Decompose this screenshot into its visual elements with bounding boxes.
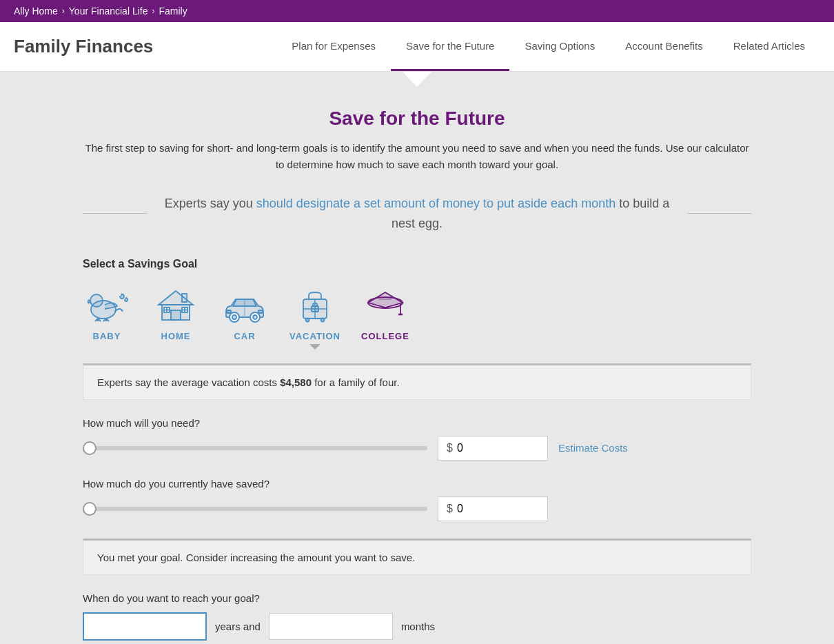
when-goal-row: When do you want to reach your goal? yea… (83, 592, 751, 641)
info-box-amount: $4,580 (280, 376, 312, 388)
savings-goal-label: Select a Savings Goal (83, 258, 751, 270)
quote-text: Experts say you should designate a set a… (161, 194, 673, 234)
when-goal-inputs: years and months (83, 612, 751, 641)
quote-line-left (83, 213, 147, 214)
breadcrumb-bar: Ally Home › Your Financial Life › Family (0, 0, 834, 22)
svg-rect-12 (182, 294, 187, 302)
dollar-sign-2: $ (447, 503, 453, 515)
car-label: CAR (234, 331, 255, 341)
baby-label: BABY (93, 331, 121, 341)
goal-car[interactable]: CAR (221, 284, 269, 350)
svg-marker-0 (403, 72, 431, 87)
goal-icons: BABY (83, 284, 751, 350)
chevron-icon-1: › (62, 6, 65, 16)
goal-vacation[interactable]: VACATION (289, 284, 340, 350)
svg-point-14 (232, 315, 236, 319)
how-much-control: $ Estimate Costs (83, 436, 751, 461)
tab-save[interactable]: Save for the Future (391, 22, 509, 71)
car-icon (221, 284, 269, 325)
how-much-input-wrap: $ (438, 436, 548, 461)
info-box: Experts say the average vacation costs $… (83, 363, 751, 400)
baby-icon (83, 284, 131, 325)
years-input[interactable] (83, 612, 207, 641)
goal-college[interactable]: COLLEGE (361, 284, 409, 350)
goal-baby[interactable]: BABY (83, 284, 131, 350)
tab-plan[interactable]: Plan for Expenses (276, 22, 391, 71)
years-and-text: years and (215, 621, 261, 632)
svg-rect-17 (227, 310, 231, 313)
breadcrumb-section: Your Financial Life (69, 6, 148, 17)
how-much-slider-track[interactable] (83, 446, 427, 450)
college-label: COLLEGE (361, 331, 409, 341)
goal-home[interactable]: HOME (152, 284, 200, 350)
saved-slider-track[interactable] (83, 507, 427, 511)
how-much-slider-thumb[interactable] (83, 441, 96, 455)
svg-point-16 (253, 315, 257, 319)
tab-account-benefits[interactable]: Account Benefits (610, 22, 718, 71)
home-label: HOME (161, 331, 191, 341)
svg-rect-25 (312, 306, 318, 312)
vacation-label: VACATION (289, 331, 340, 341)
chevron-icon-2: › (152, 6, 154, 16)
how-much-row: How much will you need? $ Estimate Costs (83, 417, 751, 461)
tab-saving-options[interactable]: Saving Options (509, 22, 610, 71)
goal-met-box: You met your goal. Consider increasing t… (83, 539, 751, 575)
estimate-costs-link[interactable]: Estimate Costs (558, 442, 628, 454)
how-much-input[interactable] (457, 442, 526, 454)
svg-point-24 (321, 319, 324, 322)
months-input[interactable] (269, 613, 393, 640)
section-description: The first step to saving for short- and … (83, 140, 751, 173)
saved-slider-thumb[interactable] (83, 502, 96, 516)
months-text: months (401, 621, 435, 632)
page-title: Save for the Future (83, 108, 751, 130)
when-goal-label: When do you want to reach your goal? (83, 592, 751, 604)
svg-point-2 (90, 294, 103, 307)
home-icon (152, 284, 200, 325)
saved-input[interactable] (457, 503, 526, 515)
how-much-saved-row: How much do you currently have saved? $ (83, 478, 751, 521)
quote-line-right (687, 213, 751, 214)
how-much-saved-control: $ (83, 496, 751, 521)
svg-marker-3 (159, 291, 193, 305)
breadcrumb-home[interactable]: Ally Home (14, 6, 58, 17)
saved-input-wrap: $ (438, 496, 548, 521)
nav-tabs: Plan for Expenses Save for the Future Sa… (174, 22, 820, 71)
main-content: Save for the Future The first step to sa… (0, 87, 834, 644)
tab-related-articles[interactable]: Related Articles (718, 22, 820, 71)
nav-header: Family Finances Plan for Expenses Save f… (0, 22, 834, 72)
nav-logo: Family Finances (14, 22, 174, 71)
chevron-indicator (0, 72, 834, 87)
how-much-label: How much will you need? (83, 417, 751, 429)
svg-rect-18 (258, 310, 263, 313)
dollar-sign-1: $ (447, 442, 453, 454)
svg-rect-5 (171, 310, 181, 320)
goal-met-message: You met your goal. Consider increasing t… (97, 552, 415, 563)
svg-point-23 (305, 319, 309, 322)
active-indicator (309, 344, 321, 350)
college-icon (361, 284, 409, 325)
breadcrumb-page: Family (159, 6, 187, 17)
how-much-saved-label: How much do you currently have saved? (83, 478, 751, 490)
quote-section: Experts say you should designate a set a… (83, 194, 751, 234)
vacation-icon (291, 284, 339, 325)
